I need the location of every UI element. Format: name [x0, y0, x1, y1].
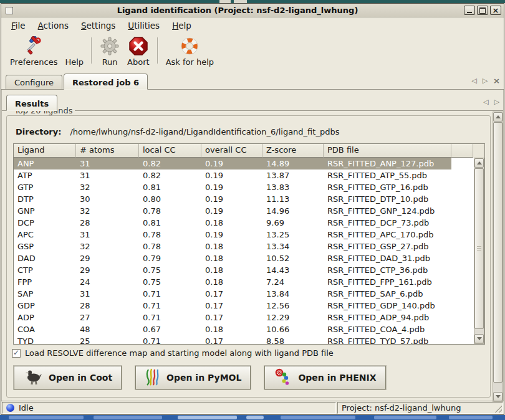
table-cell: TYD	[14, 335, 76, 344]
table-row[interactable]: DCP280.810.189.69RSR_FITTED_DCP_73.pdb	[14, 217, 451, 229]
menu-help[interactable]: Help	[166, 19, 198, 32]
tab-restored-job-6[interactable]: Restored job 6	[64, 74, 148, 90]
table-cell: 0.19	[201, 205, 262, 217]
preferences-button[interactable]: Preferences	[6, 35, 61, 67]
open-in-coot-button[interactable]: Open in Coot	[14, 366, 122, 389]
page-scrollbar-thumb[interactable]	[493, 122, 503, 383]
table-cell: 31	[76, 229, 139, 241]
table-row[interactable]: ATP310.820.1913.87RSR_FITTED_ATP_55.pdb	[14, 169, 451, 181]
table-row[interactable]: ADP270.710.1712.29RSR_FITTED_ADP_94.pdb	[14, 312, 451, 323]
taskbar-item	[9, 416, 84, 419]
column-header-filler	[451, 144, 473, 158]
close-button[interactable]	[490, 6, 501, 15]
table-cell: APC	[14, 229, 76, 241]
table-cell: DTP	[14, 193, 76, 205]
statusbar: Idle Project: nsf-d2-ligand_lwhung	[1, 401, 504, 414]
table-row[interactable]: DAD290.790.1810.52RSR_FITTED_DAD_31.pdb	[14, 252, 451, 264]
table-cell: RSR_FITTED_SAP_6.pdb	[324, 288, 451, 300]
resize-grip[interactable]	[493, 404, 502, 413]
tab-results[interactable]: Results	[6, 95, 57, 111]
scroll-up-icon[interactable]	[474, 158, 484, 168]
menu-settings[interactable]: Settings	[75, 19, 122, 32]
taskbar-item	[178, 416, 237, 419]
table-row[interactable]: GTP320.810.1913.83RSR_FITTED_GTP_16.pdb	[14, 181, 451, 193]
window-title: Ligand identification (Project: nsf-d2-l…	[13, 6, 462, 15]
table-row[interactable]: GSP320.780.1813.34RSR_FITTED_GSP_27.pdb	[14, 241, 451, 252]
column-header[interactable]: Z-score	[262, 144, 324, 158]
table-cell: 32	[76, 181, 139, 193]
button-label: Open in PHENIX	[298, 373, 376, 383]
table-cell: 0.81	[139, 217, 201, 229]
table-row[interactable]: FPP240.750.187.24RSR_FITTED_FPP_161.pdb	[14, 276, 451, 288]
menu-utilities[interactable]: Utilities	[122, 19, 166, 32]
load-map-option[interactable]: Load RESOLVE difference map and starting…	[12, 348, 334, 358]
lifebuoy-icon	[179, 36, 200, 57]
table-cell: 13.34	[262, 241, 324, 252]
table-cell: 13.84	[262, 288, 324, 300]
table-scrollbar-thumb[interactable]	[474, 168, 484, 329]
directory-line: Directory:/home/lwhung/nsf-d2-ligand/Lig…	[16, 127, 339, 136]
results-tabbar: Results	[2, 90, 503, 111]
table-cell: 0.82	[139, 169, 201, 181]
table-cell: 10.66	[262, 323, 324, 335]
directory-label: Directory:	[16, 127, 61, 136]
table-cell: 31	[76, 288, 139, 300]
table-cell: RSR_FITTED_ADP_94.pdb	[324, 312, 451, 323]
scroll-down-icon[interactable]	[493, 392, 503, 401]
table-cell: RSR_FITTED_ANP_127.pdb	[324, 158, 451, 169]
table-row[interactable]: TYD250.710.178.58RSR_FITTED_TYD_57.pdb	[14, 335, 451, 344]
scroll-down-icon[interactable]	[474, 334, 484, 343]
titlebar[interactable]: Ligand identification (Project: nsf-d2-l…	[1, 4, 504, 17]
table-cell: FPP	[14, 276, 76, 288]
tab-scroll-right-icon[interactable]	[483, 77, 488, 85]
table-cell: 12.29	[262, 312, 324, 323]
toolbar-label: Ask for help	[166, 57, 214, 67]
abort-button[interactable]: Abort	[123, 35, 153, 67]
minimize-button[interactable]	[464, 6, 475, 15]
table-cell: DAD	[14, 252, 76, 264]
checkbox-checked-icon[interactable]	[12, 349, 21, 358]
menu-file[interactable]: File	[5, 19, 32, 32]
table-row[interactable]: SAP310.710.1713.84RSR_FITTED_SAP_6.pdb	[14, 288, 451, 300]
table-row[interactable]: ANP310.820.1914.89RSR_FITTED_ANP_127.pdb	[14, 158, 451, 169]
table-cell: RSR_FITTED_GTP_16.pdb	[324, 181, 451, 193]
table-row[interactable]: COA480.670.1810.66RSR_FITTED_COA_4.pdb	[14, 323, 451, 335]
table-cell: 28	[76, 300, 139, 312]
table-row[interactable]: DTP300.800.1911.13RSR_FITTED_DTP_10.pdb	[14, 193, 451, 205]
page-scrollbar[interactable]	[493, 112, 503, 402]
maximize-button[interactable]	[477, 6, 488, 15]
table-cell: RSR_FITTED_APC_170.pdb	[324, 229, 451, 241]
column-header[interactable]: local CC	[139, 144, 201, 158]
taskbar-item	[281, 416, 355, 419]
column-header[interactable]: overall CC	[201, 144, 262, 158]
table-cell: RSR_FITTED_FPP_161.pdb	[324, 276, 451, 288]
close-icon	[493, 6, 499, 14]
table-scrollbar[interactable]	[474, 158, 484, 344]
tab-configure[interactable]: Configure	[6, 75, 62, 89]
stop-icon	[128, 36, 148, 57]
ask-for-help-button[interactable]: Ask for help	[162, 35, 218, 67]
scroll-up-icon[interactable]	[493, 112, 503, 122]
help-button[interactable]: Help	[61, 35, 87, 67]
tab-scroll-left-icon[interactable]	[471, 77, 476, 85]
table-row[interactable]: GNP320.780.1914.96RSR_FITTED_GNP_124.pdb	[14, 205, 451, 217]
tab-close-icon[interactable]	[493, 76, 500, 85]
table-cell: CTP	[14, 264, 76, 276]
table-cell: 0.75	[139, 276, 201, 288]
table-cell: RSR_FITTED_DCP_73.pdb	[324, 217, 451, 229]
table-cell: 0.19	[201, 169, 262, 181]
tab-scroll-right-icon[interactable]	[494, 98, 499, 106]
column-header[interactable]: # atoms	[76, 144, 139, 158]
open-buttons-row: Open in Coot Open in PyMOL	[14, 366, 400, 389]
table-row[interactable]: APC310.780.1913.25RSR_FITTED_APC_170.pdb	[14, 229, 451, 241]
menu-actions[interactable]: Actions	[32, 19, 75, 32]
table-row[interactable]: GDP280.710.1712.56RSR_FITTED_GDP_140.pdb	[14, 300, 451, 312]
open-in-pymol-button[interactable]: Open in PyMOL	[135, 366, 251, 389]
run-button[interactable]: Run	[96, 35, 123, 67]
column-header[interactable]: Ligand	[14, 144, 76, 158]
column-header[interactable]: PDB file	[324, 144, 451, 158]
open-in-phenix-button[interactable]: Open in PHENIX	[264, 366, 385, 389]
table-row[interactable]: CTP290.750.1814.43RSR_FITTED_CTP_36.pdb	[14, 264, 451, 276]
table-cell: 29	[76, 264, 139, 276]
tab-scroll-left-icon[interactable]	[483, 98, 488, 106]
